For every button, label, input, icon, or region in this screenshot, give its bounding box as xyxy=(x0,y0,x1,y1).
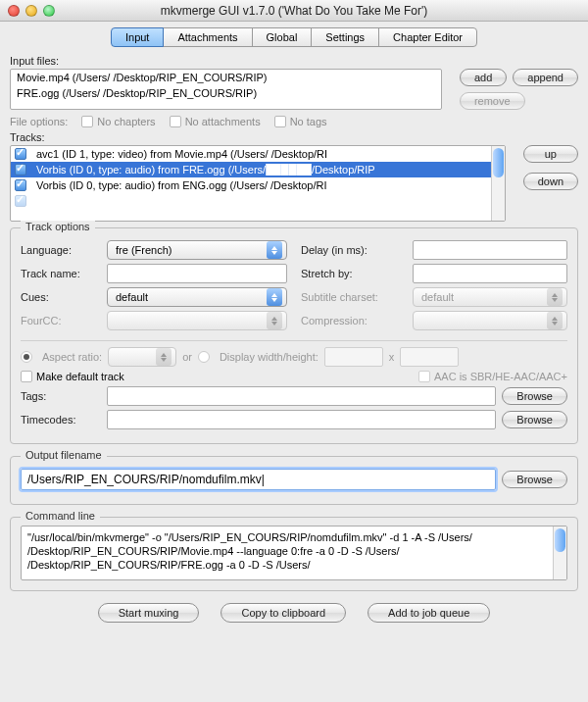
tab-input[interactable]: Input xyxy=(111,27,164,47)
dropdown-arrows-icon xyxy=(267,241,282,259)
add-button[interactable]: add xyxy=(460,69,507,86)
track-checkbox[interactable] xyxy=(15,179,26,191)
tab-settings[interactable]: Settings xyxy=(311,27,379,47)
file-options-label: File options: xyxy=(10,116,68,127)
command-line-legend: Command line xyxy=(21,510,100,522)
track-options-legend: Track options xyxy=(21,221,95,232)
dropdown-arrows-icon xyxy=(547,312,563,329)
command-line-group: Command line "/usr/local/bin/mkvmerge" -… xyxy=(10,517,578,591)
dropdown-arrows-icon xyxy=(547,288,563,306)
output-browse-button[interactable]: Browse xyxy=(502,471,567,488)
track-checkbox[interactable] xyxy=(15,148,26,160)
delay-input[interactable] xyxy=(413,240,567,260)
aac-sbr-checkbox xyxy=(418,371,430,382)
timecodes-browse-button[interactable]: Browse xyxy=(502,411,567,428)
tags-browse-button[interactable]: Browse xyxy=(502,387,567,405)
make-default-checkbox[interactable] xyxy=(21,371,32,382)
track-row[interactable] xyxy=(11,193,505,209)
file-options: File options: No chapters No attachments… xyxy=(10,116,578,127)
output-filename-legend: Output filename xyxy=(21,449,107,461)
start-muxing-button[interactable]: Start muxing xyxy=(98,603,200,623)
titlebar: mkvmerge GUI v1.7.0 ('What Do You Take M… xyxy=(0,0,588,22)
tracks-list[interactable]: avc1 (ID 1, type: video) from Movie.mp4 … xyxy=(10,145,506,222)
command-line-text[interactable]: "/usr/local/bin/mkvmerge" -o "/Users/RIP… xyxy=(21,526,567,580)
close-icon[interactable] xyxy=(8,5,20,17)
zoom-icon[interactable] xyxy=(43,5,55,17)
track-options-group: Track options Language: fre (French) Tra… xyxy=(10,227,578,444)
append-button[interactable]: append xyxy=(513,69,578,86)
down-button[interactable]: down xyxy=(523,173,578,190)
tracks-label: Tracks: xyxy=(10,131,578,143)
input-file-row[interactable]: FRE.ogg (/Users/ /Desktop/RIP_EN_COURS/R… xyxy=(11,85,441,101)
aspect-ratio-radio xyxy=(21,351,32,363)
language-select[interactable]: fre (French) xyxy=(107,240,287,260)
scrollbar[interactable] xyxy=(491,146,505,221)
copy-clipboard-button[interactable]: Copy to clipboard xyxy=(220,603,346,623)
tabbar: Input Attachments Global Settings Chapte… xyxy=(10,27,578,47)
tab-attachments[interactable]: Attachments xyxy=(163,27,252,47)
track-name-input[interactable] xyxy=(107,264,287,283)
display-wh-radio xyxy=(198,351,210,363)
no-chapters-checkbox[interactable] xyxy=(81,116,93,127)
scrollbar[interactable] xyxy=(553,526,566,579)
minimize-icon[interactable] xyxy=(25,5,37,17)
dropdown-arrows-icon xyxy=(267,288,282,306)
fourcc-select xyxy=(107,311,287,330)
tab-chapter-editor[interactable]: Chapter Editor xyxy=(378,27,477,47)
input-file-row[interactable]: Movie.mp4 (/Users/ /Desktop/RIP_EN_COURS… xyxy=(11,70,441,85)
remove-button[interactable]: remove xyxy=(460,92,525,110)
dropdown-arrows-icon xyxy=(156,348,172,366)
sub-charset-select: default xyxy=(413,287,567,307)
cues-select[interactable]: default xyxy=(107,287,287,307)
track-checkbox[interactable] xyxy=(15,195,26,207)
up-button[interactable]: up xyxy=(523,145,578,163)
input-files-list[interactable]: Movie.mp4 (/Users/ /Desktop/RIP_EN_COURS… xyxy=(10,69,442,110)
track-row[interactable]: Vorbis (ID 0, type: audio) from ENG.ogg … xyxy=(11,177,505,193)
add-job-queue-button[interactable]: Add to job queue xyxy=(368,603,490,623)
width-input xyxy=(324,347,383,367)
dropdown-arrows-icon xyxy=(267,312,282,329)
no-attachments-checkbox[interactable] xyxy=(170,116,181,127)
track-row[interactable]: Vorbis (ID 0, type: audio) from FRE.ogg … xyxy=(11,162,505,177)
track-checkbox[interactable] xyxy=(15,164,26,176)
stretch-input[interactable] xyxy=(413,264,567,283)
compression-select xyxy=(413,311,567,330)
track-row[interactable]: avc1 (ID 1, type: video) from Movie.mp4 … xyxy=(11,146,505,162)
timecodes-input[interactable] xyxy=(107,410,496,429)
input-files-label: Input files: xyxy=(10,55,578,67)
aspect-select xyxy=(108,347,176,367)
output-filename-group: Output filename /Users/RIP_EN_COURS/RIP/… xyxy=(10,456,578,505)
window-title: mkvmerge GUI v1.7.0 ('What Do You Take M… xyxy=(8,4,580,18)
height-input xyxy=(400,347,459,367)
output-filename-input[interactable]: /Users/RIP_EN_COURS/RIP/nomdufilm.mkv| xyxy=(21,469,496,490)
no-tags-checkbox[interactable] xyxy=(274,116,286,127)
tags-input[interactable] xyxy=(107,386,496,406)
tab-global[interactable]: Global xyxy=(252,27,313,47)
